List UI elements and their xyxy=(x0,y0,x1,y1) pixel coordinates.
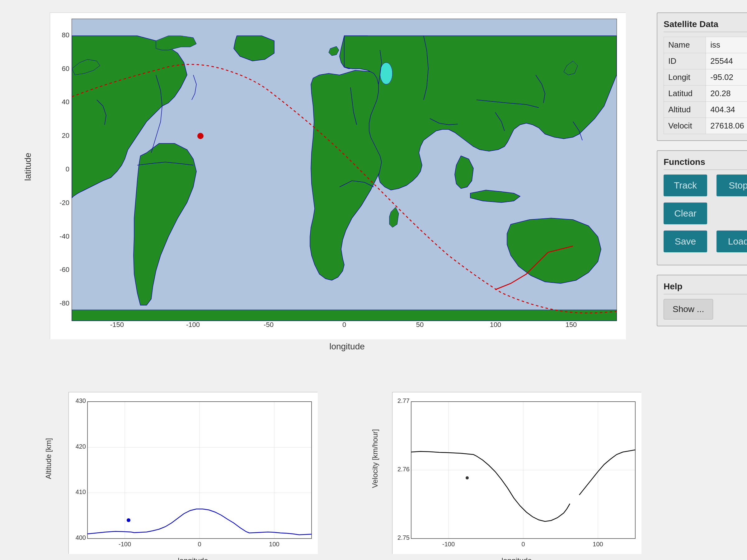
table-row: Velocit 27618.06 xyxy=(664,118,747,134)
svg-text:100: 100 xyxy=(593,541,603,548)
x-tick-label: -150 xyxy=(110,321,124,328)
x-tick-label: 50 xyxy=(416,321,423,328)
svg-rect-22 xyxy=(69,392,318,554)
x-tick-label: 0 xyxy=(342,321,346,328)
y-tick-label: -20 xyxy=(59,199,70,207)
map-y-axis-label: latitude xyxy=(23,153,33,181)
field-value-id: 25544 xyxy=(706,53,747,70)
y-tick-label: -80 xyxy=(59,299,70,307)
svg-point-20 xyxy=(380,62,392,84)
functions-row-3: Save Load xyxy=(664,231,747,252)
x-tick-label: -50 xyxy=(264,321,274,328)
svg-rect-39 xyxy=(392,392,642,554)
y-tick-label: -60 xyxy=(59,266,70,273)
velocity-chart-svg: 2.75 2.76 2.77 -100 0 100 xyxy=(392,392,642,554)
field-label-name: Name xyxy=(664,37,706,53)
x-tick-label: -100 xyxy=(186,321,200,328)
field-value-altitud: 404.34 xyxy=(706,102,747,118)
svg-text:410: 410 xyxy=(76,488,86,495)
satellite-data-panel: Satellite Data Name iss ID 25544 Longit … xyxy=(657,12,747,141)
help-title: Help xyxy=(664,282,747,294)
functions-panel: Functions Track Stop Clear Save Load xyxy=(657,150,747,265)
svg-text:100: 100 xyxy=(269,541,279,548)
y-tick-label: 20 xyxy=(62,132,70,139)
field-label-id: ID xyxy=(664,53,706,70)
altitude-chart-y-label: Altitude [km] xyxy=(44,438,53,479)
field-label-latitud: Latitud xyxy=(664,85,706,102)
track-button[interactable]: Track xyxy=(664,175,707,196)
svg-text:-100: -100 xyxy=(442,541,455,548)
svg-text:400: 400 xyxy=(76,534,86,541)
functions-row-1: Track Stop xyxy=(664,175,747,196)
field-value-velocit: 27618.06 xyxy=(706,118,747,134)
help-panel: Help Show ... xyxy=(657,275,747,326)
velocity-chart: 2.75 2.76 2.77 -100 0 100 xyxy=(392,392,641,554)
svg-text:420: 420 xyxy=(76,443,86,450)
svg-text:2.77: 2.77 xyxy=(397,397,410,404)
table-row: ID 25544 xyxy=(664,53,747,70)
altitude-chart: 400 410 420 430 -100 0 100 xyxy=(69,392,317,554)
y-tick-label: 0 xyxy=(66,165,70,173)
satellite-data-title: Satellite Data xyxy=(664,19,747,32)
altitude-chart-x-label: longitude xyxy=(69,556,317,560)
map-x-axis-label: longitude xyxy=(53,342,641,351)
sidebar: Satellite Data Name iss ID 25544 Longit … xyxy=(647,0,747,560)
y-tick-label: 80 xyxy=(62,31,70,39)
load-button[interactable]: Load xyxy=(717,231,747,252)
table-row: Latitud 20.28 xyxy=(664,85,747,102)
svg-rect-21 xyxy=(72,310,617,321)
table-row: Altitud 404.34 xyxy=(664,102,747,118)
map-svg: -150 -100 -50 0 50 100 150 80 60 40 20 0… xyxy=(50,13,626,340)
svg-text:430: 430 xyxy=(76,397,86,404)
table-row: Longit -95.02 xyxy=(664,70,747,85)
y-tick-label: 40 xyxy=(62,98,70,106)
world-continents xyxy=(72,19,617,321)
field-value-name: iss xyxy=(706,37,747,53)
field-label-velocit: Velocit xyxy=(664,118,706,134)
velocity-chart-y-label: Velocity [km/hour] xyxy=(371,429,380,488)
field-value-longit: -95.02 xyxy=(706,70,747,85)
x-tick-label: 100 xyxy=(490,321,501,328)
svg-text:2.76: 2.76 xyxy=(397,466,410,473)
svg-point-31 xyxy=(127,518,130,522)
svg-text:0: 0 xyxy=(521,541,525,548)
show-help-button[interactable]: Show ... xyxy=(664,299,713,320)
field-value-latitud: 20.28 xyxy=(706,85,747,102)
table-row: Name iss xyxy=(664,37,747,53)
y-tick-label: -40 xyxy=(59,232,70,240)
functions-row-2: Clear xyxy=(664,203,747,224)
stop-button[interactable]: Stop xyxy=(717,175,747,196)
save-button[interactable]: Save xyxy=(664,231,707,252)
x-tick-label: 150 xyxy=(566,321,577,328)
svg-text:-100: -100 xyxy=(119,541,131,548)
svg-point-47 xyxy=(466,476,469,479)
clear-button[interactable]: Clear xyxy=(664,203,707,224)
field-label-altitud: Altitud xyxy=(664,102,706,118)
satellite-data-table: Name iss ID 25544 Longit -95.02 Latitud … xyxy=(664,37,747,134)
iss-position-marker xyxy=(197,133,204,139)
world-map: -150 -100 -50 0 50 100 150 80 60 40 20 0… xyxy=(50,12,626,339)
field-label-longit: Longit xyxy=(664,70,706,85)
y-tick-label: 60 xyxy=(62,65,70,73)
altitude-chart-svg: 400 410 420 430 -100 0 100 xyxy=(69,392,318,554)
svg-text:2.75: 2.75 xyxy=(397,534,410,541)
velocity-chart-x-label: longitude xyxy=(392,556,641,560)
svg-text:0: 0 xyxy=(198,541,201,548)
functions-title: Functions xyxy=(664,157,747,170)
